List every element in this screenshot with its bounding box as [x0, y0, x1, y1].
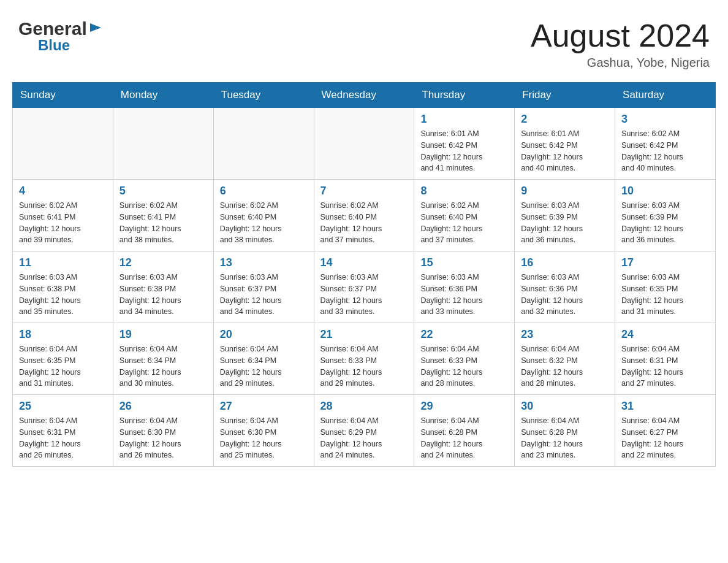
day-number: 21	[320, 328, 408, 341]
day-info: Sunrise: 6:04 AM Sunset: 6:34 PM Dayligh…	[220, 343, 308, 389]
day-number: 31	[621, 400, 709, 413]
day-number: 18	[19, 328, 107, 341]
day-info: Sunrise: 6:02 AM Sunset: 6:42 PM Dayligh…	[621, 128, 709, 174]
day-info: Sunrise: 6:04 AM Sunset: 6:28 PM Dayligh…	[521, 415, 609, 461]
day-info: Sunrise: 6:04 AM Sunset: 6:32 PM Dayligh…	[521, 343, 609, 389]
day-info: Sunrise: 6:02 AM Sunset: 6:41 PM Dayligh…	[19, 200, 107, 246]
table-row: 8Sunrise: 6:02 AM Sunset: 6:40 PM Daylig…	[414, 180, 515, 251]
day-info: Sunrise: 6:04 AM Sunset: 6:30 PM Dayligh…	[220, 415, 308, 461]
day-number: 15	[420, 256, 508, 269]
table-row: 19Sunrise: 6:04 AM Sunset: 6:34 PM Dayli…	[113, 323, 213, 395]
calendar-header-row: Sunday Monday Tuesday Wednesday Thursday…	[13, 83, 716, 108]
calendar-week-row: 1Sunrise: 6:01 AM Sunset: 6:42 PM Daylig…	[13, 108, 716, 180]
table-row: 21Sunrise: 6:04 AM Sunset: 6:33 PM Dayli…	[314, 323, 414, 395]
col-tuesday: Tuesday	[213, 83, 314, 108]
table-row: 14Sunrise: 6:03 AM Sunset: 6:37 PM Dayli…	[314, 251, 414, 323]
day-number: 3	[621, 113, 709, 126]
day-info: Sunrise: 6:03 AM Sunset: 6:37 PM Dayligh…	[320, 272, 408, 318]
col-wednesday: Wednesday	[314, 83, 414, 108]
table-row: 15Sunrise: 6:03 AM Sunset: 6:36 PM Dayli…	[414, 251, 515, 323]
month-title: August 2024	[531, 18, 710, 53]
table-row: 27Sunrise: 6:04 AM Sunset: 6:30 PM Dayli…	[213, 395, 314, 467]
calendar-week-row: 18Sunrise: 6:04 AM Sunset: 6:35 PM Dayli…	[13, 323, 716, 395]
day-number: 26	[119, 400, 207, 413]
table-row: 2Sunrise: 6:01 AM Sunset: 6:42 PM Daylig…	[515, 108, 615, 180]
day-info: Sunrise: 6:03 AM Sunset: 6:38 PM Dayligh…	[19, 272, 107, 318]
day-number: 24	[621, 328, 709, 341]
table-row: 9Sunrise: 6:03 AM Sunset: 6:39 PM Daylig…	[515, 180, 615, 251]
table-row: 20Sunrise: 6:04 AM Sunset: 6:34 PM Dayli…	[213, 323, 314, 395]
calendar-week-row: 4Sunrise: 6:02 AM Sunset: 6:41 PM Daylig…	[13, 180, 716, 251]
day-number: 11	[19, 256, 107, 269]
table-row: 13Sunrise: 6:03 AM Sunset: 6:37 PM Dayli…	[213, 251, 314, 323]
day-info: Sunrise: 6:03 AM Sunset: 6:38 PM Dayligh…	[119, 272, 207, 318]
day-number: 8	[420, 185, 508, 197]
day-number: 20	[220, 328, 308, 341]
table-row: 24Sunrise: 6:04 AM Sunset: 6:31 PM Dayli…	[615, 323, 716, 395]
day-number: 19	[119, 328, 207, 341]
day-info: Sunrise: 6:04 AM Sunset: 6:31 PM Dayligh…	[19, 415, 107, 461]
day-info: Sunrise: 6:02 AM Sunset: 6:40 PM Dayligh…	[420, 200, 508, 246]
table-row: 30Sunrise: 6:04 AM Sunset: 6:28 PM Dayli…	[515, 395, 615, 467]
table-row: 1Sunrise: 6:01 AM Sunset: 6:42 PM Daylig…	[414, 108, 515, 180]
day-number: 6	[220, 185, 308, 197]
table-row: 17Sunrise: 6:03 AM Sunset: 6:35 PM Dayli…	[615, 251, 716, 323]
logo-arrow-icon	[89, 21, 102, 34]
table-row: 23Sunrise: 6:04 AM Sunset: 6:32 PM Dayli…	[515, 323, 615, 395]
day-info: Sunrise: 6:02 AM Sunset: 6:40 PM Dayligh…	[220, 200, 308, 246]
table-row	[213, 108, 314, 180]
day-number: 25	[19, 400, 107, 413]
table-row	[13, 108, 113, 180]
day-number: 7	[320, 185, 408, 197]
table-row	[314, 108, 414, 180]
logo-blue-text: Blue	[38, 37, 70, 53]
table-row: 25Sunrise: 6:04 AM Sunset: 6:31 PM Dayli…	[13, 395, 113, 467]
day-number: 22	[420, 328, 508, 341]
day-info: Sunrise: 6:04 AM Sunset: 6:28 PM Dayligh…	[420, 415, 508, 461]
day-number: 10	[621, 185, 709, 197]
calendar-week-row: 11Sunrise: 6:03 AM Sunset: 6:38 PM Dayli…	[13, 251, 716, 323]
day-number: 28	[320, 400, 408, 413]
day-info: Sunrise: 6:03 AM Sunset: 6:39 PM Dayligh…	[521, 200, 609, 246]
day-info: Sunrise: 6:04 AM Sunset: 6:33 PM Dayligh…	[420, 343, 508, 389]
table-row: 16Sunrise: 6:03 AM Sunset: 6:36 PM Dayli…	[515, 251, 615, 323]
day-info: Sunrise: 6:03 AM Sunset: 6:37 PM Dayligh…	[220, 272, 308, 318]
day-info: Sunrise: 6:01 AM Sunset: 6:42 PM Dayligh…	[420, 128, 508, 174]
day-info: Sunrise: 6:04 AM Sunset: 6:27 PM Dayligh…	[621, 415, 709, 461]
table-row: 22Sunrise: 6:04 AM Sunset: 6:33 PM Dayli…	[414, 323, 515, 395]
col-thursday: Thursday	[414, 83, 515, 108]
day-info: Sunrise: 6:04 AM Sunset: 6:33 PM Dayligh…	[320, 343, 408, 389]
day-number: 5	[119, 185, 207, 197]
table-row: 31Sunrise: 6:04 AM Sunset: 6:27 PM Dayli…	[615, 395, 716, 467]
day-info: Sunrise: 6:04 AM Sunset: 6:35 PM Dayligh…	[19, 343, 107, 389]
col-saturday: Saturday	[615, 83, 716, 108]
col-sunday: Sunday	[13, 83, 113, 108]
table-row: 28Sunrise: 6:04 AM Sunset: 6:29 PM Dayli…	[314, 395, 414, 467]
day-number: 16	[521, 256, 609, 269]
location-subtitle: Gashua, Yobe, Nigeria	[531, 56, 710, 70]
day-info: Sunrise: 6:02 AM Sunset: 6:40 PM Dayligh…	[320, 200, 408, 246]
page-header: General Blue August 2024 Gashua, Yobe, N…	[12, 12, 716, 70]
calendar-table: Sunday Monday Tuesday Wednesday Thursday…	[12, 82, 716, 467]
logo-general-text: General	[18, 18, 87, 39]
day-number: 17	[621, 256, 709, 269]
day-number: 13	[220, 256, 308, 269]
day-number: 9	[521, 185, 609, 197]
day-info: Sunrise: 6:03 AM Sunset: 6:35 PM Dayligh…	[621, 272, 709, 318]
calendar-week-row: 25Sunrise: 6:04 AM Sunset: 6:31 PM Dayli…	[13, 395, 716, 467]
day-number: 14	[320, 256, 408, 269]
day-info: Sunrise: 6:03 AM Sunset: 6:39 PM Dayligh…	[621, 200, 709, 246]
table-row: 6Sunrise: 6:02 AM Sunset: 6:40 PM Daylig…	[213, 180, 314, 251]
table-row: 26Sunrise: 6:04 AM Sunset: 6:30 PM Dayli…	[113, 395, 213, 467]
table-row: 18Sunrise: 6:04 AM Sunset: 6:35 PM Dayli…	[13, 323, 113, 395]
col-friday: Friday	[515, 83, 615, 108]
table-row: 3Sunrise: 6:02 AM Sunset: 6:42 PM Daylig…	[615, 108, 716, 180]
table-row: 5Sunrise: 6:02 AM Sunset: 6:41 PM Daylig…	[113, 180, 213, 251]
day-info: Sunrise: 6:04 AM Sunset: 6:29 PM Dayligh…	[320, 415, 408, 461]
col-monday: Monday	[113, 83, 213, 108]
table-row	[113, 108, 213, 180]
day-number: 2	[521, 113, 609, 126]
day-info: Sunrise: 6:04 AM Sunset: 6:30 PM Dayligh…	[119, 415, 207, 461]
day-number: 27	[220, 400, 308, 413]
svg-marker-0	[90, 23, 101, 32]
